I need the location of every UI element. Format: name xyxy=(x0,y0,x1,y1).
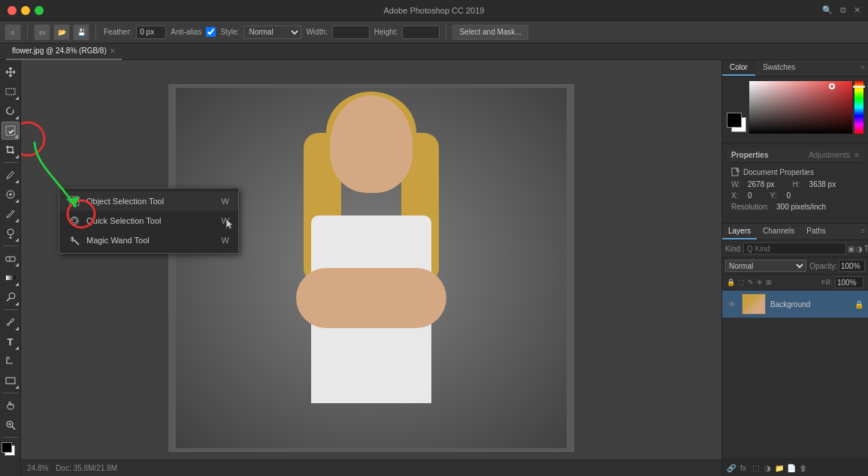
channels-tab[interactable]: Channels xyxy=(757,224,800,240)
tab-close-icon[interactable]: ✕ xyxy=(110,47,116,55)
height-prop-label: H: xyxy=(793,180,805,188)
width-input[interactable] xyxy=(332,26,370,39)
layers-menu-icon[interactable]: ≡ xyxy=(857,224,868,240)
save-doc-icon[interactable]: 💾 xyxy=(73,24,89,41)
filter-adj-icon[interactable]: ◑ xyxy=(856,243,863,255)
close-button[interactable] xyxy=(8,6,17,15)
color-tab[interactable]: Color xyxy=(722,60,755,76)
layer-mask-icon[interactable]: ⬚ xyxy=(749,462,761,474)
lasso-tool[interactable] xyxy=(2,102,20,120)
height-input[interactable] xyxy=(402,26,440,39)
resolution-row: Resolution: 300 pixels/inch xyxy=(731,203,859,211)
background-layer[interactable]: 👁 Background 🔒 xyxy=(722,291,868,318)
blend-mode-select[interactable]: Normal Multiply Screen xyxy=(725,260,806,272)
canvas-area[interactable]: Object Selection Tool W Quick Selection … xyxy=(21,60,721,476)
shape-tool[interactable] xyxy=(2,372,20,390)
lock-pixels-icon[interactable]: ✎ xyxy=(748,279,754,286)
opacity-input[interactable] xyxy=(839,260,865,272)
lock-all-icon[interactable]: ⊞ xyxy=(766,279,772,286)
panel-menu-icon[interactable]: ≡ xyxy=(857,60,868,76)
new-layer-icon[interactable]: 📄 xyxy=(785,462,797,474)
hand-tool[interactable] xyxy=(2,396,20,414)
brush-tool[interactable] xyxy=(2,205,20,223)
tool-subarrow xyxy=(16,264,19,267)
home-icon[interactable]: ⌂ xyxy=(5,24,21,41)
text-tool[interactable]: T xyxy=(2,333,20,351)
document-tab[interactable]: flower.jpg @ 24.8% (RGB/8) ✕ xyxy=(6,44,122,60)
maximize-button[interactable] xyxy=(35,6,44,15)
fg-bg-swatch[interactable] xyxy=(727,113,748,134)
layer-visibility-icon[interactable]: 👁 xyxy=(727,299,737,309)
quick-selection-icon xyxy=(68,215,80,227)
zoom-tool[interactable] xyxy=(2,416,20,434)
object-selection-tool[interactable] xyxy=(2,122,20,140)
layers-tab[interactable]: Layers xyxy=(722,224,757,240)
adjustments-tab[interactable]: Adjustments xyxy=(809,151,850,159)
color-spectrum-bar[interactable] xyxy=(854,81,863,134)
new-fill-adj-icon[interactable]: ◑ xyxy=(761,462,773,474)
eyedropper-tool[interactable] xyxy=(2,166,20,184)
feather-input[interactable] xyxy=(136,26,166,39)
xy-row: X: 0 Y: 0 xyxy=(731,191,859,200)
layer-lock-icon: 🔒 xyxy=(854,300,863,309)
minimize-button[interactable] xyxy=(21,6,30,15)
rectangle-marquee-tool[interactable] xyxy=(2,83,20,101)
svg-line-2 xyxy=(7,178,8,179)
select-mask-button[interactable]: Select and Mask... xyxy=(452,25,528,40)
fill-input[interactable] xyxy=(835,276,863,288)
new-group-icon[interactable]: 📁 xyxy=(773,462,785,474)
dodge-tool[interactable] xyxy=(2,288,20,306)
crop-tool[interactable] xyxy=(2,141,20,159)
traffic-lights[interactable] xyxy=(8,6,44,15)
swatches-tab[interactable]: Swatches xyxy=(755,60,803,76)
photo-content xyxy=(176,88,567,448)
color-swatch-group xyxy=(727,81,863,134)
fg-swatch[interactable] xyxy=(727,113,742,128)
new-doc-icon[interactable]: ▭ xyxy=(34,24,50,41)
filter-type-icon[interactable]: T xyxy=(864,243,868,255)
layers-mode-row: Normal Multiply Screen Opacity: xyxy=(722,258,868,275)
style-select[interactable]: Normal Fixed Ratio Fixed Size xyxy=(243,26,301,39)
y-prop-label: Y: xyxy=(770,191,782,200)
svg-line-11 xyxy=(7,298,10,301)
properties-menu-icon[interactable]: ≡ xyxy=(854,151,859,159)
gradient-tool[interactable] xyxy=(2,269,20,287)
y-prop-value: 0 xyxy=(787,191,791,200)
anti-alias-checkbox[interactable] xyxy=(206,27,216,37)
pen-tool[interactable] xyxy=(2,313,20,331)
healing-brush-tool[interactable] xyxy=(2,185,20,203)
color-gradient-group xyxy=(749,81,863,134)
properties-panel: Properties Adjustments ≡ Document Proper… xyxy=(722,143,868,224)
path-selection-tool[interactable] xyxy=(2,352,20,370)
color-gradient-box[interactable] xyxy=(749,81,852,134)
color-picker-area xyxy=(722,77,868,143)
layer-link-icon[interactable]: 🔗 xyxy=(725,462,737,474)
layer-fx-icon[interactable]: fx xyxy=(737,462,749,474)
app-title: Adobe Photoshop CC 2019 xyxy=(384,6,485,15)
paths-tab[interactable]: Paths xyxy=(800,224,832,240)
layers-search-input[interactable] xyxy=(743,243,846,255)
lock-position-icon[interactable]: ✛ xyxy=(757,279,763,286)
clone-stamp-tool[interactable] xyxy=(2,224,20,243)
close-icon[interactable]: ✕ xyxy=(854,5,860,15)
svg-rect-0 xyxy=(6,89,15,95)
move-tool[interactable] xyxy=(2,63,20,81)
height-label: Height: xyxy=(374,28,398,36)
search-icon[interactable]: 🔍 xyxy=(822,5,833,15)
fg-bg-color[interactable] xyxy=(2,442,20,459)
arrange-icon[interactable]: ⧉ xyxy=(840,5,846,15)
filter-pixel-icon[interactable]: ▣ xyxy=(848,243,854,255)
tool-subarrow xyxy=(16,347,19,350)
delete-layer-icon[interactable]: 🗑 xyxy=(797,462,809,474)
tool-subarrow xyxy=(16,97,19,100)
menu-item-object-selection[interactable]: Object Selection Tool W xyxy=(59,191,238,211)
fg-color-swatch[interactable] xyxy=(2,442,12,453)
properties-tab[interactable]: Properties xyxy=(731,151,768,159)
object-selection-shortcut: W xyxy=(222,197,229,206)
eraser-tool[interactable] xyxy=(2,249,20,267)
properties-content: Document Properties W: 2678 px H: 3638 p… xyxy=(727,163,863,218)
menu-item-quick-selection[interactable]: Quick Selection Tool W xyxy=(59,211,238,230)
menu-item-magic-wand[interactable]: Magic Wand Tool W xyxy=(59,230,238,250)
open-doc-icon[interactable]: 📂 xyxy=(53,24,70,41)
lock-transparent-icon[interactable]: ⬚ xyxy=(738,279,745,286)
